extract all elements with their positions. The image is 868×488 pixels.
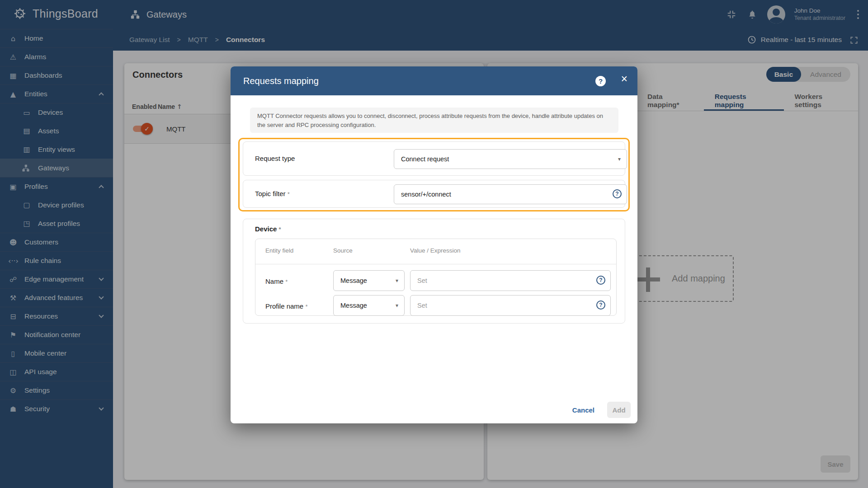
add-button[interactable]: Add (607, 402, 631, 418)
request-type-label: Request type (255, 155, 295, 162)
column-value-expression: Value / Expression (410, 247, 461, 254)
name-source-value: Message (340, 277, 367, 284)
row-profile-name-label: Profile name * (265, 302, 307, 310)
name-source-select[interactable]: Message ▾ (333, 270, 405, 291)
help-circle-icon[interactable]: ? (596, 300, 605, 310)
dialog-title: Requests mapping (243, 76, 319, 86)
cancel-button[interactable]: Cancel (568, 403, 599, 418)
required-asterisk: * (279, 226, 281, 233)
help-icon[interactable]: ? (595, 76, 606, 86)
device-mapping-table: Entity field Source Value / Expression N… (255, 239, 617, 316)
request-type-value: Connect request (401, 155, 449, 163)
chevron-down-icon: ▾ (396, 277, 398, 284)
required-asterisk: * (305, 303, 307, 310)
profile-value-input[interactable]: Set ? (410, 295, 611, 316)
required-asterisk: * (288, 191, 290, 197)
device-card: Device * Entity field Source Value / Exp… (243, 219, 625, 324)
name-value-placeholder: Set (417, 277, 427, 284)
help-circle-icon[interactable]: ? (596, 276, 605, 285)
topic-filter-value: sensor/+/connect (401, 191, 451, 198)
requests-mapping-dialog: Requests mapping ? × MQTT Connector requ… (231, 66, 637, 423)
topic-filter-card: Topic filter * sensor/+/connect ? (243, 180, 625, 208)
profile-source-select[interactable]: Message ▾ (333, 295, 405, 316)
device-section-label: Device * (255, 225, 281, 233)
chevron-down-icon: ▾ (396, 302, 398, 309)
profile-source-value: Message (340, 302, 367, 309)
column-entity-field: Entity field (265, 247, 293, 254)
required-asterisk: * (285, 278, 288, 285)
profile-value-placeholder: Set (417, 302, 427, 309)
column-source: Source (333, 247, 353, 254)
request-type-card: Request type Connect request ▾ (243, 141, 625, 176)
help-circle-icon[interactable]: ? (613, 189, 622, 198)
dialog-footer: Cancel Add (568, 402, 631, 418)
close-icon[interactable]: × (621, 73, 627, 84)
chevron-down-icon: ▾ (618, 156, 621, 162)
row-name-label: Name * (265, 277, 288, 285)
request-type-select[interactable]: Connect request ▾ (394, 149, 627, 169)
topic-filter-input[interactable]: sensor/+/connect ? (394, 184, 627, 204)
topic-filter-label: Topic filter * (255, 190, 290, 197)
dialog-description: MQTT Connector requests allows you to co… (250, 108, 618, 133)
name-value-input[interactable]: Set ? (410, 270, 611, 291)
dialog-header: Requests mapping ? × (231, 66, 637, 95)
